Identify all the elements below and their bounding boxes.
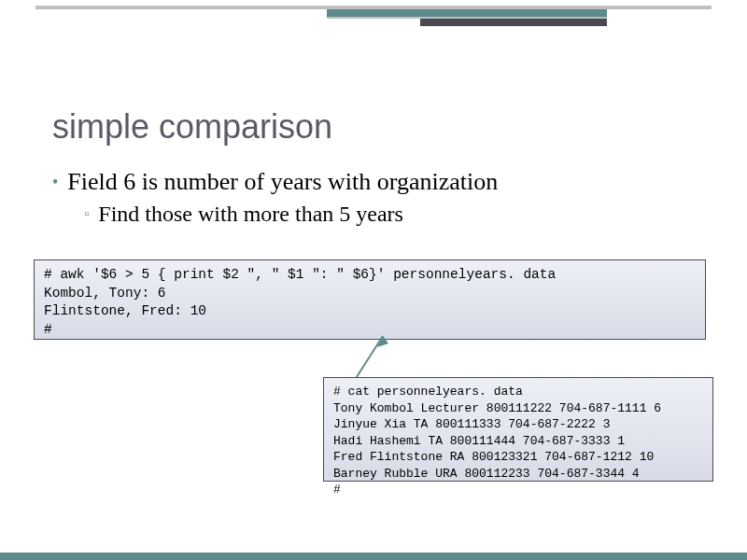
top-accent-dark (420, 19, 607, 26)
top-accent-teal (327, 9, 607, 17)
codebox-bottom-line-1: Tony Kombol Lecturer 800111222 704-687-1… (333, 401, 661, 415)
svg-line-0 (355, 336, 383, 380)
cat-data-codebox: # cat personnelyears. data Tony Kombol L… (323, 377, 713, 482)
codebox-top-line-2: Flintstone, Fred: 10 (44, 303, 206, 318)
arrow-icon (345, 329, 402, 385)
codebox-bottom-line-0: # cat personnelyears. data (333, 385, 523, 399)
bottom-accent-bar (0, 553, 747, 560)
subbullet-marker-icon: ▫ (84, 200, 89, 228)
slide: simple comparison • Field 6 is number of… (0, 0, 747, 560)
bullet-1-text: Field 6 is number of years with organiza… (67, 168, 498, 196)
codebox-top-line-3: # (44, 322, 52, 337)
codebox-top-line-1: Kombol, Tony: 6 (44, 286, 166, 301)
bullet-dot-icon: • (52, 168, 58, 196)
slide-title: simple comparison (52, 107, 332, 147)
slide-body: • Field 6 is number of years with organi… (52, 168, 695, 228)
subbullet-1: ▫ Find those with more than 5 years (84, 200, 695, 228)
codebox-bottom-line-4: Fred Flintstone RA 800123321 704-687-121… (333, 450, 654, 464)
codebox-bottom-line-2: Jinyue Xia TA 800111333 704-687-2222 3 (333, 417, 610, 431)
codebox-bottom-line-3: Hadi Hashemi TA 800111444 704-687-3333 1 (333, 434, 625, 448)
codebox-top-line-0: # awk '$6 > 5 { print $2 ", " $1 ": " $6… (44, 267, 556, 282)
codebox-bottom-line-6: # (333, 483, 341, 497)
subbullet-1-text: Find those with more than 5 years (98, 200, 403, 228)
codebox-bottom-line-5: Barney Rubble URA 800112233 704-687-3344… (333, 467, 640, 481)
bullet-1: • Field 6 is number of years with organi… (52, 168, 695, 196)
